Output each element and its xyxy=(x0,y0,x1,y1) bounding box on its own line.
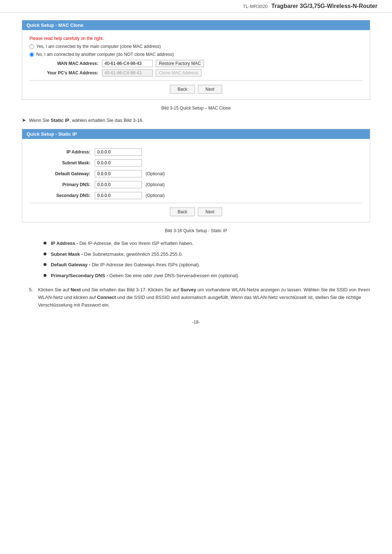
bullet-dns: Primary/Secondary DNS - Geben Sie eine o… xyxy=(44,272,370,279)
gateway-input[interactable] xyxy=(95,170,142,177)
static-ip-panel: Quick Setup - Static IP IP Address: Subn… xyxy=(22,129,370,222)
bullet-dot-icon xyxy=(44,263,46,266)
static-ip-next-button[interactable]: Next xyxy=(198,208,222,216)
pc-mac-row: Your PC's MAC Address: Clone MAC Address xyxy=(44,69,363,77)
bullet-dns-text: Primary/Secondary DNS - Geben Sie eine o… xyxy=(51,272,240,279)
wan-mac-input[interactable] xyxy=(102,60,153,67)
caption-static-ip: Bild 3-16 Quick Setup - Static IP xyxy=(22,228,370,233)
pc-mac-input xyxy=(102,69,153,77)
arrow-icon: ➤ xyxy=(22,117,26,123)
subnet-mask-row: Subnet Mask: xyxy=(29,159,363,167)
bullet-dot-icon xyxy=(44,253,46,255)
radio-yes[interactable] xyxy=(29,44,34,49)
ip-address-row: IP Address: xyxy=(29,148,363,156)
connect-bold: Connect xyxy=(97,295,116,300)
mac-table: WAN MAC Address: Restore Factory MAC You… xyxy=(44,60,363,77)
numbered-para-5-text: Klicken Sie auf Next und Sie erhalten da… xyxy=(38,286,370,309)
primary-dns-input[interactable] xyxy=(95,181,142,188)
static-ip-panel-body: IP Address: Subnet Mask: Default Gateway… xyxy=(22,139,370,222)
static-ip-bold: Static IP xyxy=(51,118,69,123)
gateway-row: Default Gateway: (Optional) xyxy=(29,170,363,177)
pc-mac-label: Your PC's MAC Address: xyxy=(44,70,102,75)
arrow-paragraph: ➤ Wenn Sie Static IP, wählen erhalten Si… xyxy=(22,117,370,123)
radio-row-no: No, I am connected by another computer (… xyxy=(29,52,363,57)
ip-address-input[interactable] xyxy=(95,148,142,156)
primary-dns-label: Primary DNS: xyxy=(29,182,95,187)
static-ip-btn-row: Back Next xyxy=(29,208,363,216)
wan-mac-row: WAN MAC Address: Restore Factory MAC xyxy=(44,60,363,67)
bullet-dot-icon xyxy=(44,274,46,277)
secondary-dns-label: Secondary DNS: xyxy=(29,193,95,198)
subnet-mask-input[interactable] xyxy=(95,159,142,167)
help-text: Please read help carefully on the right. xyxy=(29,36,363,41)
bullet-gateway: Default Gateway - Die IP-Adresse des Gat… xyxy=(44,261,370,268)
mac-clone-btn-row: Back Next xyxy=(29,85,363,94)
numbered-num-5: 5. xyxy=(29,286,33,294)
bullet-ip-address: IP Address - Die IP-Adresse, die Sie von… xyxy=(44,240,370,247)
static-ip-back-button[interactable]: Back xyxy=(170,208,195,216)
subnet-mask-label: Subnet Mask: xyxy=(29,160,95,165)
bullet-ip-text: IP Address - Die IP-Adresse, die Sie von… xyxy=(51,240,193,247)
survey-bold: Survey xyxy=(180,287,196,292)
bullet-subnet-mask: Subnet Mask - Die Subnetzmaske, gewöhnli… xyxy=(44,251,370,258)
wan-mac-label: WAN MAC Address: xyxy=(44,61,102,66)
secondary-dns-optional: (Optional) xyxy=(146,193,165,198)
ip-address-label: IP Address: xyxy=(29,149,95,155)
mac-clone-next-button[interactable]: Next xyxy=(198,85,222,94)
mac-clone-panel-header: Quick Setup - MAC Clone xyxy=(22,20,370,30)
caption-mac-clone: Bild 3-15 Quick Setup – MAC Clone xyxy=(22,106,370,111)
bullet-list: IP Address - Die IP-Adresse, die Sie von… xyxy=(44,240,370,279)
gateway-optional: (Optional) xyxy=(146,171,165,176)
static-ip-table: IP Address: Subnet Mask: Default Gateway… xyxy=(29,148,363,199)
page-title: Tragbarer 3G/3,75G-Wireless-N-Router xyxy=(271,3,377,9)
arrow-text: Wenn Sie Static IP, wählen erhalten Sie … xyxy=(29,118,144,123)
radio-yes-label: Yes, I am connected by the main computer… xyxy=(36,44,161,49)
mac-clone-panel-body: Please read help carefully on the right.… xyxy=(22,30,370,99)
bullet-gateway-text: Default Gateway - Die IP-Adresse des Gat… xyxy=(51,261,200,268)
secondary-dns-row: Secondary DNS: (Optional) xyxy=(29,192,363,199)
page-number: -18- xyxy=(0,320,392,332)
primary-dns-row: Primary DNS: (Optional) xyxy=(29,181,363,188)
radio-no[interactable] xyxy=(29,52,34,57)
primary-dns-optional: (Optional) xyxy=(146,182,165,187)
model-label: TL-MR3020 xyxy=(243,4,268,9)
next-bold: Next xyxy=(70,287,81,292)
clone-mac-address-button: Clone MAC Address xyxy=(156,69,201,77)
numbered-paragraph-5: 5. Klicken Sie auf Next und Sie erhalten… xyxy=(29,286,370,309)
bullet-dot-icon xyxy=(44,242,46,245)
mac-clone-back-button[interactable]: Back xyxy=(170,85,195,94)
gateway-label: Default Gateway: xyxy=(29,171,95,176)
static-ip-panel-header: Quick Setup - Static IP xyxy=(22,129,370,139)
secondary-dns-input[interactable] xyxy=(95,192,142,199)
restore-factory-mac-button[interactable]: Restore Factory MAC xyxy=(156,60,204,67)
bullet-subnet-text: Subnet Mask - Die Subnetzmaske, gewöhnli… xyxy=(51,251,183,258)
mac-clone-panel: Quick Setup - MAC Clone Please read help… xyxy=(22,20,370,100)
page-header: TL-MR3020 Tragbarer 3G/3,75G-Wireless-N-… xyxy=(0,0,392,13)
radio-row-yes: Yes, I am connected by the main computer… xyxy=(29,44,363,49)
radio-no-label: No, I am connected by another computer (… xyxy=(36,52,174,57)
